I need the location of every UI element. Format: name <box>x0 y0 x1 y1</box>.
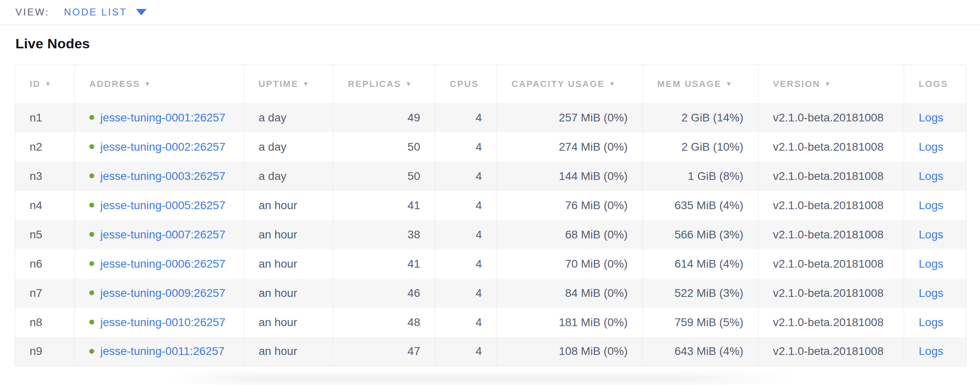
node-address-cell: jesse-tuning-0002:26257 <box>75 132 244 162</box>
node-capacity-cell: 68 MiB (0%) <box>497 220 643 249</box>
node-address-link[interactable]: jesse-tuning-0006:26257 <box>100 257 225 270</box>
node-cpus-cell: 4 <box>435 249 497 279</box>
table-row: n3jesse-tuning-0003:26257a day504144 MiB… <box>15 162 966 191</box>
logs-link[interactable]: Logs <box>919 199 943 212</box>
node-capacity-cell: 70 MiB (0%) <box>497 249 643 279</box>
node-id-cell: n5 <box>15 220 75 249</box>
column-label: ADDRESS <box>89 79 140 89</box>
node-mem-cell: 522 MiB (3%) <box>643 279 758 308</box>
node-mem-cell: 759 MiB (5%) <box>643 308 758 337</box>
node-cpus-cell: 4 <box>435 162 497 191</box>
node-capacity-cell: 257 MiB (0%) <box>497 103 643 132</box>
node-live-status-icon <box>89 261 94 266</box>
node-version-cell: v2.1.0-beta.20181008 <box>758 191 904 220</box>
column-label: CPUS <box>450 79 479 89</box>
node-id-cell: n8 <box>15 308 75 337</box>
node-address-cell: jesse-tuning-0001:26257 <box>75 103 244 132</box>
column-header-capacity[interactable]: CAPACITY USAGE▼ <box>497 65 643 103</box>
node-address-link[interactable]: jesse-tuning-0009:26257 <box>100 287 225 299</box>
node-capacity-cell: 144 MiB (0%) <box>497 162 643 191</box>
node-address-link[interactable]: jesse-tuning-0001:26257 <box>100 111 225 124</box>
sort-descending-icon: ▼ <box>144 80 151 87</box>
node-capacity-cell: 274 MiB (0%) <box>497 132 643 162</box>
node-address-cell: jesse-tuning-0010:26257 <box>75 308 244 337</box>
node-version-cell: v2.1.0-beta.20181008 <box>758 279 904 308</box>
node-id-cell: n9 <box>15 337 75 366</box>
node-replicas-cell: 41 <box>333 249 435 279</box>
node-version-cell: v2.1.0-beta.20181008 <box>758 337 904 366</box>
node-version-cell: v2.1.0-beta.20181008 <box>758 103 904 132</box>
node-id-cell: n4 <box>15 191 75 220</box>
chevron-down-icon <box>136 9 147 15</box>
node-address-link[interactable]: jesse-tuning-0007:26257 <box>100 228 225 241</box>
column-label: VERSION <box>773 79 820 89</box>
node-address-cell: jesse-tuning-0009:26257 <box>75 279 244 308</box>
node-replicas-cell: 38 <box>333 220 435 249</box>
column-header-uptime[interactable]: UPTIME▼ <box>244 65 333 103</box>
logs-link[interactable]: Logs <box>919 141 943 153</box>
logs-link[interactable]: Logs <box>919 316 943 329</box>
node-address-link[interactable]: jesse-tuning-0011:26257 <box>100 345 224 357</box>
column-header-replicas[interactable]: REPLICAS▼ <box>333 65 435 103</box>
logs-link[interactable]: Logs <box>919 345 943 357</box>
table-row: n8jesse-tuning-0010:26257an hour484181 M… <box>15 308 966 337</box>
column-header-id[interactable]: ID▼ <box>15 65 75 103</box>
column-header-address[interactable]: ADDRESS▼ <box>75 65 244 103</box>
node-replicas-cell: 41 <box>333 191 435 220</box>
table-body: n1jesse-tuning-0001:26257a day494257 MiB… <box>15 103 966 366</box>
node-uptime-cell: a day <box>244 132 333 162</box>
table-row: n2jesse-tuning-0002:26257a day504274 MiB… <box>15 132 966 162</box>
node-live-status-icon <box>89 290 94 295</box>
node-capacity-cell: 84 MiB (0%) <box>497 279 643 308</box>
header-row: ID▼ADDRESS▼UPTIME▼REPLICAS▼CPUSCAPACITY … <box>15 65 966 103</box>
node-id-cell: n2 <box>15 132 75 162</box>
node-address-link[interactable]: jesse-tuning-0005:26257 <box>100 199 225 212</box>
node-capacity-cell: 108 MiB (0%) <box>497 337 643 366</box>
column-label: REPLICAS <box>348 79 401 89</box>
node-address-cell: jesse-tuning-0003:26257 <box>75 162 244 191</box>
logs-cell: Logs <box>904 162 966 191</box>
logs-cell: Logs <box>904 308 966 337</box>
table-row: n6jesse-tuning-0006:26257an hour41470 Mi… <box>15 249 966 279</box>
logs-link[interactable]: Logs <box>919 228 943 241</box>
node-address-link[interactable]: jesse-tuning-0002:26257 <box>100 141 225 153</box>
column-header-version[interactable]: VERSION▼ <box>758 65 904 103</box>
view-label: VIEW: <box>15 6 50 18</box>
logs-cell: Logs <box>904 132 966 162</box>
node-address-cell: jesse-tuning-0011:26257 <box>75 337 244 366</box>
logs-cell: Logs <box>904 337 966 366</box>
page-title: Live Nodes <box>15 35 980 52</box>
node-version-cell: v2.1.0-beta.20181008 <box>758 249 904 279</box>
logs-link[interactable]: Logs <box>919 287 943 299</box>
logs-cell: Logs <box>904 249 966 279</box>
sort-descending-icon: ▼ <box>725 80 733 87</box>
node-uptime-cell: an hour <box>244 279 333 308</box>
node-cpus-cell: 4 <box>435 279 497 308</box>
view-selector[interactable]: NODE LIST <box>64 6 147 18</box>
node-uptime-cell: an hour <box>244 220 333 249</box>
logs-cell: Logs <box>904 191 966 220</box>
sort-descending-icon: ▼ <box>825 80 832 87</box>
table-row: n9jesse-tuning-0011:26257an hour474108 M… <box>15 337 966 366</box>
node-cpus-cell: 4 <box>435 220 497 249</box>
node-live-status-icon <box>89 173 94 178</box>
node-address-link[interactable]: jesse-tuning-0010:26257 <box>100 316 225 329</box>
node-replicas-cell: 48 <box>333 308 435 337</box>
node-address-link[interactable]: jesse-tuning-0003:26257 <box>100 170 225 182</box>
node-replicas-cell: 47 <box>333 337 435 366</box>
column-header-cpus: CPUS <box>435 65 497 103</box>
node-version-cell: v2.1.0-beta.20181008 <box>758 162 904 191</box>
node-cpus-cell: 4 <box>435 337 497 366</box>
column-header-mem[interactable]: MEM USAGE▼ <box>643 65 758 103</box>
view-bar: VIEW: NODE LIST <box>0 0 980 25</box>
logs-link[interactable]: Logs <box>919 257 943 270</box>
node-mem-cell: 566 MiB (3%) <box>643 220 758 249</box>
table-row: n4jesse-tuning-0005:26257an hour41476 Mi… <box>15 191 966 220</box>
node-version-cell: v2.1.0-beta.20181008 <box>758 308 904 337</box>
logs-link[interactable]: Logs <box>919 170 943 182</box>
node-mem-cell: 643 MiB (4%) <box>643 337 758 366</box>
logs-link[interactable]: Logs <box>919 111 943 124</box>
bottom-shadow <box>171 374 796 384</box>
column-label: UPTIME <box>259 79 298 89</box>
node-replicas-cell: 49 <box>333 103 435 132</box>
